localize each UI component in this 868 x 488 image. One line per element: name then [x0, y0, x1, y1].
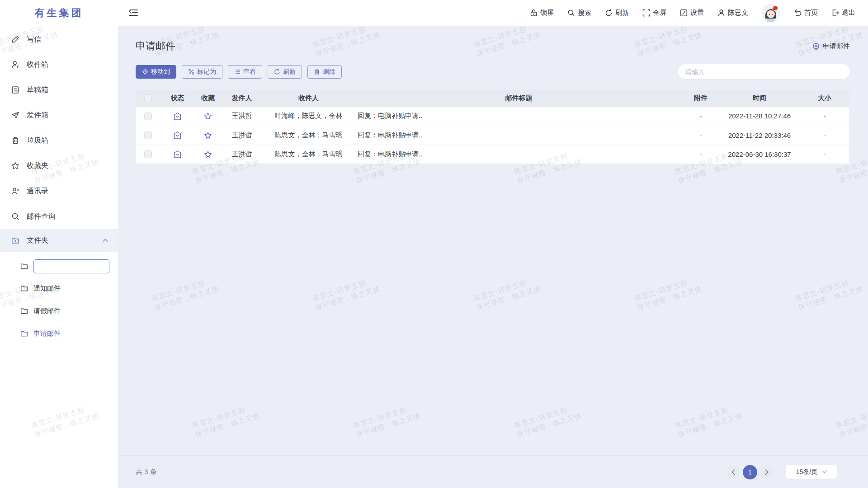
favorite-cell[interactable]	[194, 126, 222, 145]
select-all-checkbox[interactable]	[144, 94, 152, 102]
refresh-icon	[605, 9, 613, 17]
col-time: 时间	[719, 89, 800, 107]
folder-item-apply-mail[interactable]: 申请邮件	[0, 322, 118, 345]
logout-label: 退出	[842, 9, 855, 17]
view-label: 查看	[243, 68, 256, 76]
page-size-select[interactable]: 15条/页	[786, 465, 837, 479]
row-checkbox[interactable]	[144, 131, 152, 139]
mail-table: 状态 收藏 发件人 收件人 邮件标题 附件 时间 大小	[136, 89, 849, 164]
current-user-name: 陈思文	[728, 9, 748, 17]
lock-screen-label: 锁屏	[540, 9, 554, 17]
chevron-up-icon[interactable]	[103, 239, 108, 242]
sender-cell: 王洪哲	[222, 126, 262, 145]
row-checkbox[interactable]	[144, 150, 152, 158]
sidebar-item-mail-search[interactable]: 邮件查询	[0, 204, 118, 229]
col-size: 大小	[800, 89, 849, 107]
home-button[interactable]: 首页	[793, 9, 818, 17]
mail-read-icon	[173, 131, 182, 140]
brand-logo: 有生集团	[0, 6, 118, 20]
sidebar-item-contacts[interactable]: 通讯录	[0, 178, 118, 204]
star-icon	[204, 131, 212, 140]
chevron-left-icon	[731, 469, 735, 475]
mail-row[interactable]: 王洪哲 陈思文，全林，马雪瑶 回复：电脑补贴申请.. - 2022-11-22 …	[136, 126, 849, 145]
sidebar-item-label: 草稿箱	[27, 85, 48, 95]
next-page-button[interactable]	[761, 466, 773, 478]
folder-label: 请假邮件	[33, 307, 61, 315]
main-content: 申请邮件 申请邮件 移动到 标记为 查看 刷新	[118, 26, 868, 488]
view-button[interactable]: 查看	[228, 65, 262, 79]
prev-page-button[interactable]	[727, 466, 739, 478]
home-back-icon	[793, 9, 802, 17]
favorite-cell[interactable]	[194, 107, 222, 126]
new-folder-row	[0, 255, 118, 277]
sidebar-item-sent[interactable]: 发件箱	[0, 103, 118, 128]
col-sender: 发件人	[222, 89, 262, 107]
move-to-button[interactable]: 移动到	[136, 65, 176, 79]
folder-label: 申请邮件	[33, 329, 61, 338]
row-checkbox[interactable]	[144, 113, 152, 120]
sidebar: 写信 收件箱 草稿箱 发件箱 垃圾箱 收藏夹 通讯录 邮件查询	[0, 26, 118, 488]
move-to-label: 移动到	[151, 68, 170, 76]
favorite-cell[interactable]	[194, 145, 222, 164]
folder-label: 通知邮件	[33, 284, 61, 293]
chevron-right-icon	[765, 469, 769, 475]
sender-cell: 王洪哲	[222, 107, 262, 126]
trash-icon	[11, 136, 19, 145]
global-search-button[interactable]: 搜索	[567, 9, 591, 17]
user-avatar[interactable]	[762, 4, 780, 22]
mail-read-icon	[173, 112, 182, 121]
sidebar-item-favorites[interactable]: 收藏夹	[0, 153, 118, 178]
sidebar-item-inbox[interactable]: 收件箱	[0, 52, 118, 77]
sidebar-item-compose[interactable]: 写信	[0, 27, 118, 52]
folder-icon	[20, 285, 28, 292]
sidebar-collapse-button[interactable]	[129, 9, 138, 17]
list-search-box	[678, 64, 850, 79]
list-search-input[interactable]	[685, 68, 843, 75]
star-icon	[204, 112, 212, 120]
new-folder-name-input[interactable]	[33, 259, 109, 273]
sidebar-item-trash[interactable]: 垃圾箱	[0, 128, 118, 153]
delete-button[interactable]: 删除	[307, 65, 342, 79]
col-status: 状态	[160, 89, 194, 107]
contacts-icon	[11, 187, 19, 195]
recipients-cell: 叶海峰，陈思文，全林	[262, 107, 355, 126]
settings-label: 设置	[690, 9, 704, 17]
lock-screen-button[interactable]: 锁屏	[530, 9, 554, 17]
table-header-row: 状态 收藏 发件人 收件人 邮件标题 附件 时间 大小	[136, 89, 849, 107]
subject-cell: 回复：电脑补贴申请..	[355, 145, 683, 164]
folder-icon	[20, 263, 28, 270]
move-diamond-icon	[142, 69, 148, 75]
folder-icon	[20, 307, 28, 315]
sidebar-section-folders[interactable]: 文件夹	[0, 229, 118, 252]
list-icon	[234, 69, 241, 75]
time-cell: 2022-11-28 10:27:46	[719, 107, 800, 126]
page-refresh-button[interactable]: 刷新	[605, 9, 629, 17]
mail-row[interactable]: 王洪哲 陈思文，全林，马雪瑶 回复：电脑补贴申请.. - 2022-06-30 …	[136, 145, 849, 164]
logout-button[interactable]: 退出	[831, 9, 855, 17]
folder-item-notice-mail[interactable]: 通知邮件	[0, 277, 118, 300]
folders-section-label: 文件夹	[27, 236, 48, 245]
attachment-cell: -	[683, 107, 719, 126]
settings-button[interactable]: 设置	[680, 9, 704, 17]
mark-as-label: 标记为	[197, 68, 216, 76]
sidebar-item-drafts[interactable]: 草稿箱	[0, 77, 118, 103]
current-user-button[interactable]: 陈思文	[717, 9, 748, 17]
mark-as-button[interactable]: 标记为	[182, 65, 222, 79]
sidebar-item-label: 邮件查询	[27, 212, 56, 221]
size-cell: -	[800, 145, 849, 164]
mail-row[interactable]: 王洪哲 叶海峰，陈思文，全林 回复：电脑补贴申请.. - 2022-11-28 …	[136, 107, 849, 126]
refresh-icon	[274, 69, 280, 75]
folder-item-leave-mail[interactable]: 请假邮件	[0, 300, 118, 322]
breadcrumb: 申请邮件	[812, 42, 850, 51]
user-icon	[717, 9, 725, 17]
lock-icon	[530, 9, 538, 17]
subject-cell: 回复：电脑补贴申请..	[355, 107, 683, 126]
refresh-list-button[interactable]: 刷新	[268, 65, 302, 79]
fullscreen-button[interactable]: 全屏	[642, 9, 666, 17]
magnifier-icon	[11, 212, 19, 221]
mail-status-cell	[160, 107, 194, 126]
total-count: 共 3 条	[136, 468, 157, 476]
col-recipients: 收件人	[262, 89, 355, 107]
current-page-button[interactable]: 1	[743, 465, 757, 479]
logout-icon	[831, 9, 839, 17]
